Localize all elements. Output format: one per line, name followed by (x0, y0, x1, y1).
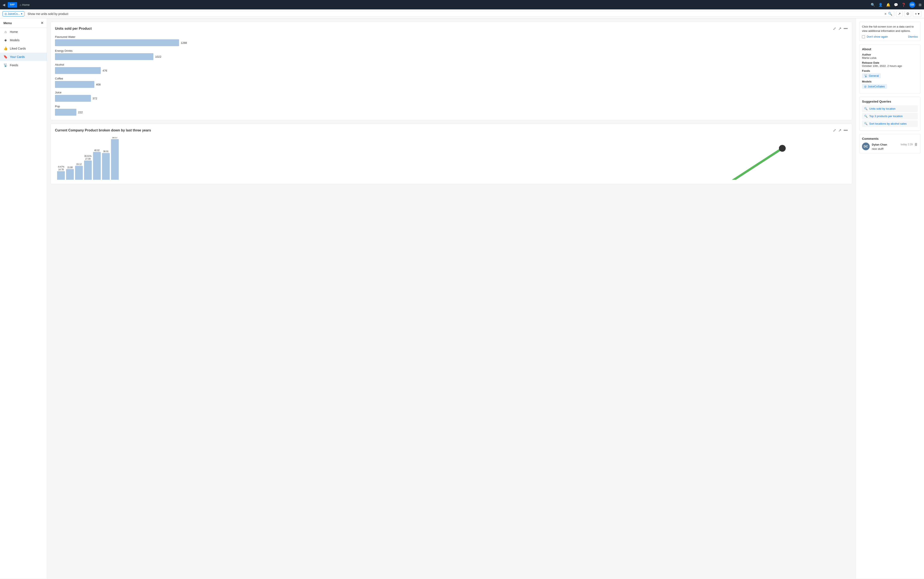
home-label: Home (22, 3, 30, 7)
search-go-button[interactable]: 🔍 (888, 12, 892, 16)
sidebar-item-feeds[interactable]: 📡 Feeds (0, 61, 47, 69)
card1-title: Units sold per Product (55, 27, 92, 31)
about-title: About (862, 47, 918, 51)
svg-text:SAP: SAP (10, 3, 15, 6)
nav-icon-group: 🔍 👤 🔔 💬 ❓ EB ⊞ (871, 2, 921, 8)
share-button[interactable]: ↗ (896, 11, 903, 17)
sidebar-liked-label: Liked Cards (10, 47, 26, 50)
comment-row-0: DC Dylan Chan today 2:29 🗑 nice stuff! (862, 142, 918, 150)
clear-search-button[interactable]: ✕ (884, 12, 887, 16)
bar-5 (55, 109, 76, 116)
suggested-label-0: Units sold by location (869, 107, 896, 110)
dismiss-button[interactable]: Dismiss (908, 35, 918, 38)
chart2-pct-3: 30.61% (84, 155, 92, 157)
bar-value-1: 1022 (155, 55, 161, 58)
search-nav-icon[interactable]: 🔍 (871, 3, 875, 7)
suggested-item-2[interactable]: 🔍 Sort locations by alcohol sales (862, 120, 918, 127)
card1-more-button[interactable]: ••• (844, 26, 848, 31)
chart2-bar-0 (57, 171, 65, 180)
about-box: About Author Maria Luisa Release Date Oc… (859, 44, 921, 93)
bar-wrap-0: 1288 (55, 39, 848, 46)
sidebar-item-home[interactable]: ⌂ Home (0, 28, 47, 36)
right-panel: Click the full-screen icon on a data car… (855, 18, 924, 579)
models-badge-icon: ◎ (864, 85, 867, 88)
search-input[interactable] (28, 12, 883, 16)
sidebar-feeds-label: Feeds (10, 64, 18, 67)
chart2-pct-0: -8.47% (57, 166, 64, 168)
card1-actions: ⤢ ↗ ••• (833, 26, 848, 31)
card2-more-button[interactable]: ••• (844, 128, 848, 133)
models-sidebar-icon: ◈ (3, 38, 8, 42)
chart2-val-4: 40.02 (94, 149, 100, 152)
chart2-bar-group-2: 0 19.12 (75, 160, 83, 180)
bar-value-4: 372 (93, 97, 97, 100)
tip-box: Click the full-screen icon on a data car… (859, 22, 921, 41)
model-icon: ◎ (5, 12, 7, 15)
chart2-bar-group-4: 0 40.02 (93, 146, 101, 180)
dont-show-checkbox[interactable] (862, 35, 865, 38)
grid-nav-icon[interactable]: ⊞ (919, 3, 921, 7)
sidebar-close-button[interactable]: ✕ (41, 21, 43, 25)
suggested-icon-1: 🔍 (864, 114, 868, 118)
comment-time-0: today 2:29 (901, 143, 913, 146)
card2-header: Current Company Product broken down by l… (55, 128, 848, 133)
bar-wrap-5: 222 (55, 109, 848, 116)
chart2-bar-group-0: -8.47% 14.78 (57, 166, 65, 180)
search-input-wrap: ✕ 🔍 (26, 11, 894, 17)
sidebar-item-your-cards[interactable]: 🔖 Your Cards (0, 52, 47, 61)
chart2-bar-6 (111, 139, 119, 180)
bar-chart: Flavoured Water 1288 Energy Drinks 1022 … (55, 35, 848, 116)
bar-4 (55, 95, 91, 102)
bar-wrap-2: 476 (55, 67, 848, 74)
feeds-key: Feeds (862, 69, 918, 72)
model-selector[interactable]: ◎ JuiceCo... ▾ (3, 11, 25, 16)
comment-body-0: Dylan Chan today 2:29 🗑 nice stuff! (872, 142, 918, 150)
chart2-bar-3 (84, 160, 92, 180)
chart2-bar-group-1: 0 15.88 (66, 164, 74, 180)
add-button[interactable]: + ▾ (913, 11, 921, 17)
search-left: ◎ JuiceCo... ▾ ✕ 🔍 (3, 11, 894, 17)
feeds-row: Feeds 📡 General (862, 69, 918, 78)
sidebar-item-models[interactable]: ◈ Models (0, 36, 47, 44)
person-nav-icon[interactable]: 👤 (878, 3, 883, 7)
settings-button[interactable]: ⚙ (904, 11, 911, 17)
sidebar-item-liked[interactable]: 👍 Liked Cards (0, 44, 47, 52)
tip-actions: Don't show again Dismiss (862, 35, 918, 38)
author-row: Author Maria Luisa (862, 53, 918, 59)
content-area: Units sold per Product ⤢ ↗ ••• Flavoured… (47, 18, 855, 579)
help-nav-icon[interactable]: ❓ (901, 3, 906, 7)
chart2-bar-group-5: 0 38.91 (102, 147, 110, 180)
card2-fullscreen-button[interactable]: ⤢ (833, 128, 836, 133)
user-avatar[interactable]: EB (909, 2, 915, 8)
bar-wrap-1: 1022 (55, 53, 848, 60)
models-badge[interactable]: ◎ JuiceCoSales (862, 84, 887, 89)
comment-author-0: Dylan Chan (872, 143, 887, 146)
bar-row-0: Flavoured Water 1288 (55, 35, 848, 46)
bar-row-2: Alcohol 476 (55, 63, 848, 74)
card2-share-button[interactable]: ↗ (838, 128, 842, 133)
chart2-bar-group-6: 20.98% 58.57 (111, 137, 119, 180)
author-value: Maria Luisa (862, 56, 918, 59)
suggested-item-0[interactable]: 🔍 Units sold by location (862, 105, 918, 112)
back-button[interactable]: ◀ (3, 3, 5, 7)
bar-wrap-3: 408 (55, 81, 848, 88)
home-nav[interactable]: ⌂ Home (20, 3, 30, 7)
sidebar: Menu ✕ ⌂ Home ◈ Models 👍 Liked Cards 🔖 Y… (0, 18, 47, 579)
suggested-item-1[interactable]: 🔍 Top 3 products per location (862, 113, 918, 119)
card1-share-button[interactable]: ↗ (838, 26, 842, 31)
home-icon: ⌂ (20, 3, 21, 7)
sidebar-models-label: Models (10, 38, 20, 42)
chat-nav-icon[interactable]: 💬 (894, 3, 898, 7)
dont-show-label[interactable]: Don't show again (867, 35, 888, 38)
release-key: Release Date (862, 61, 918, 64)
comments-box: Comments DC Dylan Chan today 2:29 🗑 nice… (859, 134, 921, 153)
comment-delete-button-0[interactable]: 🗑 (914, 142, 918, 146)
bar-value-5: 222 (78, 111, 83, 114)
chart2-val-5: 38.91 (103, 150, 108, 153)
search-bar: ◎ JuiceCo... ▾ ✕ 🔍 ↗ ⚙ + ▾ (0, 10, 924, 18)
feeds-badge[interactable]: 📡 General (862, 73, 881, 78)
card1-fullscreen-button[interactable]: ⤢ (833, 26, 836, 31)
bar-row-3: Coffee 408 (55, 77, 848, 88)
release-value: October 10th, 2022. 2 hours ago (862, 64, 918, 67)
bell-nav-icon[interactable]: 🔔 (886, 3, 890, 7)
